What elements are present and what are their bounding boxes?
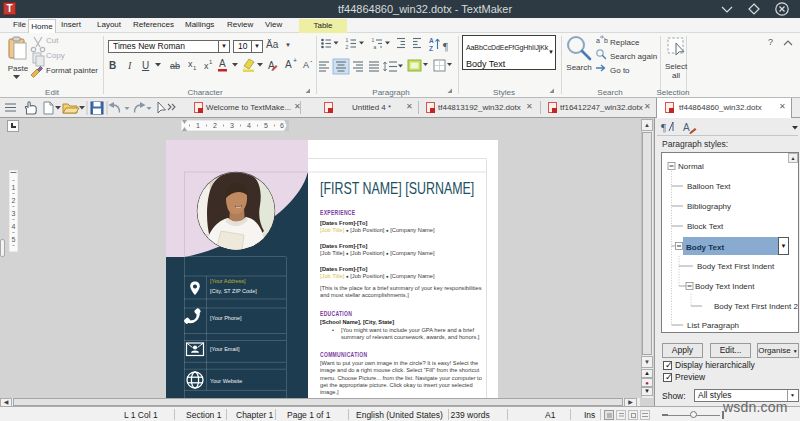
svg-text:A: A: [429, 37, 434, 44]
svg-text:U: U: [142, 60, 149, 71]
svg-text:¶: ¶: [443, 40, 448, 52]
svg-text:Body Text: Body Text: [686, 243, 724, 252]
svg-text:3: 3: [12, 210, 16, 217]
svg-text:1: 1: [196, 122, 200, 129]
svg-text:1: 1: [12, 184, 16, 191]
svg-text:A: A: [683, 122, 690, 133]
svg-text:Your Website: Your Website: [210, 378, 242, 384]
svg-text:Block Text: Block Text: [687, 222, 724, 231]
svg-text:¶: ¶: [661, 121, 666, 133]
svg-text:A: A: [285, 59, 292, 70]
svg-text:5: 5: [12, 236, 16, 243]
svg-text:[City, ST ZIP Code]: [City, ST ZIP Code]: [210, 288, 257, 294]
svg-text:2: 2: [12, 197, 16, 204]
svg-text:Bibliography: Bibliography: [687, 202, 731, 211]
svg-text:a: a: [596, 37, 600, 44]
svg-text:5: 5: [264, 122, 268, 129]
svg-text:4: 4: [12, 223, 16, 230]
svg-text:Body Text First Indent 2: Body Text First Indent 2: [714, 302, 798, 311]
svg-text:-: -: [310, 57, 313, 64]
svg-text:A: A: [219, 58, 226, 69]
svg-text:I: I: [127, 60, 132, 71]
svg-text:A: A: [303, 60, 309, 70]
svg-text:List Paragraph: List Paragraph: [687, 321, 739, 330]
svg-text:4: 4: [247, 122, 251, 129]
svg-text:6: 6: [280, 122, 284, 129]
svg-text:1: 1: [193, 65, 197, 71]
svg-text:1: 1: [346, 37, 349, 43]
svg-text:[Your Phone]: [Your Phone]: [210, 315, 242, 321]
svg-text:Normal: Normal: [678, 162, 704, 171]
svg-text:2: 2: [213, 122, 217, 129]
svg-text:Body Text Indent: Body Text Indent: [695, 282, 755, 291]
svg-text:a: a: [374, 44, 377, 50]
svg-text:1: 1: [372, 37, 375, 43]
svg-text:ab: ab: [170, 61, 180, 71]
svg-text:1: 1: [209, 59, 213, 65]
svg-text:Balloon Text: Balloon Text: [687, 182, 731, 191]
svg-text:b: b: [604, 37, 608, 44]
svg-text:[Your Email]: [Your Email]: [210, 346, 240, 352]
svg-text:Z: Z: [429, 45, 433, 52]
svg-text:3: 3: [230, 122, 234, 129]
svg-text:[Your Address]: [Your Address]: [210, 278, 246, 284]
svg-text:+: +: [293, 57, 297, 64]
svg-text:Body Text First Indent: Body Text First Indent: [697, 262, 775, 271]
svg-text:?: ?: [768, 37, 773, 47]
svg-text:2: 2: [346, 44, 349, 50]
svg-text:B: B: [109, 60, 116, 71]
